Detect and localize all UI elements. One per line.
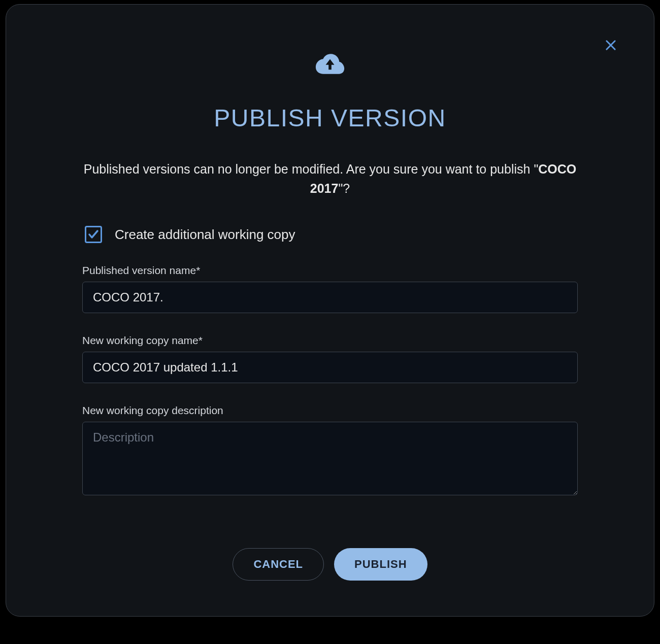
published-name-input[interactable] [82, 282, 578, 313]
description-text-suffix: "? [338, 181, 350, 195]
create-copy-checkbox-label: Create additional working copy [115, 227, 295, 243]
publish-version-modal: PUBLISH VERSION Published versions can n… [6, 4, 654, 617]
create-copy-checkbox[interactable] [85, 226, 102, 243]
modal-header: PUBLISH VERSION Published versions can n… [75, 35, 585, 198]
working-copy-name-field-group: New working copy name* [82, 334, 578, 383]
cloud-upload-icon [315, 53, 345, 76]
publish-button[interactable]: PUBLISH [334, 548, 427, 581]
description-text-prefix: Published versions can no longer be modi… [84, 162, 539, 176]
close-button[interactable] [601, 35, 621, 55]
working-copy-description-label: New working copy description [82, 404, 578, 417]
checkmark-icon [87, 228, 100, 241]
close-icon [604, 38, 618, 52]
published-name-label: Published version name* [82, 264, 578, 277]
modal-description: Published versions can no longer be modi… [75, 160, 585, 198]
working-copy-description-input[interactable] [82, 422, 578, 495]
working-copy-name-label: New working copy name* [82, 334, 578, 347]
modal-actions: CANCEL PUBLISH [75, 548, 585, 581]
create-copy-checkbox-row: Create additional working copy [85, 226, 578, 243]
working-copy-description-field-group: New working copy description [82, 404, 578, 497]
cancel-button[interactable]: CANCEL [233, 548, 324, 581]
published-name-field-group: Published version name* [82, 264, 578, 313]
working-copy-name-input[interactable] [82, 352, 578, 383]
modal-form: Create additional working copy Published… [75, 226, 585, 497]
modal-title: PUBLISH VERSION [214, 104, 446, 132]
